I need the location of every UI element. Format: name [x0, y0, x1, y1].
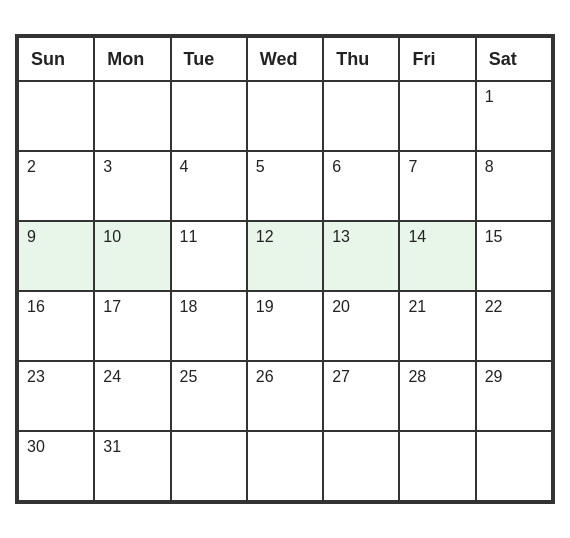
day-cell[interactable]: 14: [400, 222, 476, 292]
day-cell[interactable]: 16: [19, 292, 95, 362]
day-number: 22: [485, 298, 503, 315]
day-cell[interactable]: 5: [248, 152, 324, 222]
day-cell[interactable]: [95, 82, 171, 152]
day-number: 7: [408, 158, 417, 175]
calendar: SunMonTueWedThuFriSat1234567891011121314…: [15, 34, 555, 504]
day-cell[interactable]: 19: [248, 292, 324, 362]
day-number: 23: [27, 368, 45, 385]
day-number: 18: [180, 298, 198, 315]
day-cell[interactable]: 2: [19, 152, 95, 222]
day-cell[interactable]: 27: [324, 362, 400, 432]
day-cell[interactable]: [248, 82, 324, 152]
day-number: 25: [180, 368, 198, 385]
day-cell[interactable]: 7: [400, 152, 476, 222]
header-sun: Sun: [19, 38, 95, 82]
day-number: 17: [103, 298, 121, 315]
day-number: 28: [408, 368, 426, 385]
day-number: 8: [485, 158, 494, 175]
day-number: 21: [408, 298, 426, 315]
day-cell[interactable]: 23: [19, 362, 95, 432]
day-number: 20: [332, 298, 350, 315]
day-cell[interactable]: 15: [477, 222, 553, 292]
day-cell[interactable]: 3: [95, 152, 171, 222]
header-sat: Sat: [477, 38, 553, 82]
day-cell[interactable]: [172, 82, 248, 152]
day-cell[interactable]: 28: [400, 362, 476, 432]
day-cell[interactable]: [477, 432, 553, 502]
day-number: 13: [332, 228, 350, 245]
day-number: 14: [408, 228, 426, 245]
day-number: 27: [332, 368, 350, 385]
day-cell[interactable]: [248, 432, 324, 502]
day-number: 31: [103, 438, 121, 455]
day-number: 11: [180, 228, 198, 245]
day-cell[interactable]: 25: [172, 362, 248, 432]
day-cell[interactable]: [400, 432, 476, 502]
day-cell[interactable]: [400, 82, 476, 152]
day-number: 9: [27, 228, 36, 245]
day-number: 6: [332, 158, 341, 175]
day-number: 5: [256, 158, 265, 175]
day-cell[interactable]: [172, 432, 248, 502]
day-cell[interactable]: 13: [324, 222, 400, 292]
day-cell[interactable]: 17: [95, 292, 171, 362]
day-number: 24: [103, 368, 121, 385]
day-cell[interactable]: 18: [172, 292, 248, 362]
day-number: 1: [485, 88, 494, 105]
day-number: 29: [485, 368, 503, 385]
day-cell[interactable]: [19, 82, 95, 152]
day-number: 2: [27, 158, 36, 175]
day-cell[interactable]: 6: [324, 152, 400, 222]
day-cell[interactable]: 24: [95, 362, 171, 432]
day-cell[interactable]: 30: [19, 432, 95, 502]
day-number: 3: [103, 158, 112, 175]
day-cell[interactable]: 21: [400, 292, 476, 362]
day-cell[interactable]: 8: [477, 152, 553, 222]
day-cell[interactable]: 1: [477, 82, 553, 152]
day-cell[interactable]: 9: [19, 222, 95, 292]
day-cell[interactable]: 29: [477, 362, 553, 432]
day-number: 4: [180, 158, 189, 175]
day-cell[interactable]: 22: [477, 292, 553, 362]
day-cell[interactable]: 10: [95, 222, 171, 292]
header-thu: Thu: [324, 38, 400, 82]
calendar-grid: SunMonTueWedThuFriSat1234567891011121314…: [17, 36, 553, 502]
day-cell[interactable]: 4: [172, 152, 248, 222]
day-number: 12: [256, 228, 274, 245]
day-cell[interactable]: [324, 82, 400, 152]
day-cell[interactable]: [324, 432, 400, 502]
day-cell[interactable]: 26: [248, 362, 324, 432]
header-tue: Tue: [172, 38, 248, 82]
day-cell[interactable]: 12: [248, 222, 324, 292]
day-cell[interactable]: 11: [172, 222, 248, 292]
day-cell[interactable]: 20: [324, 292, 400, 362]
day-number: 26: [256, 368, 274, 385]
header-fri: Fri: [400, 38, 476, 82]
day-number: 19: [256, 298, 274, 315]
day-number: 30: [27, 438, 45, 455]
header-mon: Mon: [95, 38, 171, 82]
day-number: 10: [103, 228, 121, 245]
day-cell[interactable]: 31: [95, 432, 171, 502]
day-number: 16: [27, 298, 45, 315]
day-number: 15: [485, 228, 503, 245]
header-wed: Wed: [248, 38, 324, 82]
